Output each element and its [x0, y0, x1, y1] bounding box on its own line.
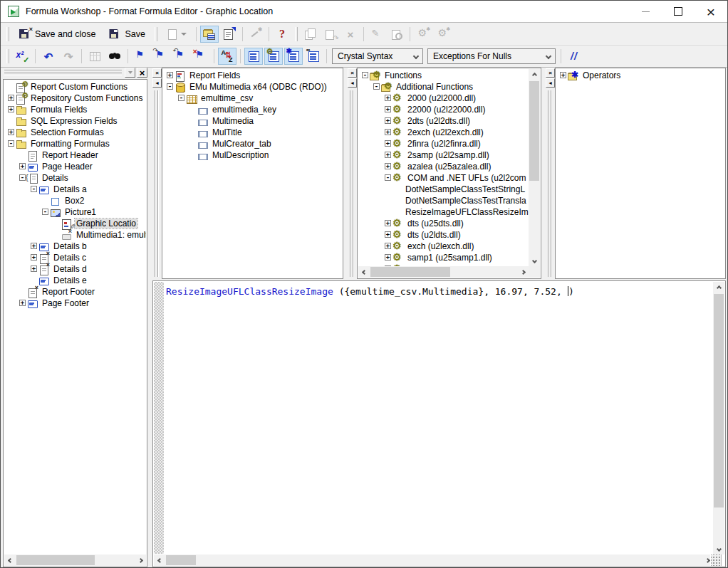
tree-node-repository-custom-functions[interactable]: +Repository Custom Functions [4, 93, 146, 104]
toolbar-grip[interactable] [155, 27, 157, 41]
collapse-minus-icon[interactable]: - [31, 186, 37, 192]
find-replace-button[interactable] [105, 48, 124, 65]
scroll-right-button[interactable] [135, 554, 146, 566]
panel-menu-button[interactable] [125, 68, 135, 78]
panel-close-button[interactable]: × [152, 68, 162, 78]
tree-node-details-e[interactable]: Details e [4, 275, 146, 286]
tree-node-operators[interactable]: +Operators [556, 70, 724, 81]
editor-hscrollbar[interactable] [154, 554, 713, 566]
tree-node-multitle[interactable]: MulTitle [163, 127, 342, 138]
tree-node-2finra-u2l2finra-dll[interactable]: +2finra (u2l2finra.dll) [358, 138, 529, 149]
new-formula-button[interactable] [161, 26, 192, 43]
panel-drag-grip[interactable] [155, 90, 156, 277]
tree-node-page-header[interactable]: +Page Header [4, 161, 146, 172]
toggle-workshop-tree-button[interactable] [200, 26, 219, 43]
tree-node-22000-u2l22000-dll[interactable]: +22000 (u2l22000.dll) [358, 104, 529, 115]
check-syntax-button[interactable] [13, 48, 31, 65]
tree-node-emu-multimedia-x64-odbc-rdo[interactable]: -EMu Multimedia x64 (ODBC (RDO)) [163, 81, 342, 93]
editor-vscrollbar[interactable] [713, 282, 724, 554]
scroll-thumb[interactable] [16, 555, 95, 565]
tree-node-exch-u2lexch-dll[interactable]: +exch (u2lexch.dll) [358, 241, 529, 252]
tree-node-report-footer[interactable]: Report Footer [4, 286, 146, 298]
tree-node-multimedia[interactable]: Multimedia [163, 115, 342, 127]
tree-node-selection-formulas[interactable]: +Selection Formulas [4, 127, 146, 138]
tree-node-2dts-u2l2dts-dll[interactable]: +2dts (u2l2dts.dll) [358, 115, 529, 127]
functions-vscrollbar[interactable] [529, 69, 540, 266]
expand-plus-icon[interactable]: + [385, 243, 391, 249]
tree-node-2samp-u2l2samp-dll[interactable]: +2samp (u2l2samp.dll) [358, 149, 529, 161]
sort-trees-button[interactable]: ⇅ [218, 48, 236, 65]
expand-plus-icon[interactable]: + [8, 95, 14, 101]
panel-drag-grip[interactable] [548, 90, 549, 277]
expand-plus-icon[interactable]: + [385, 163, 391, 169]
tree-node-emultimedia-key[interactable]: emultimedia_key [163, 104, 342, 115]
tree-node-formula-fields[interactable]: +Formula Fields [4, 104, 146, 115]
tree-node-mulcreator-tab[interactable]: MulCreator_tab [163, 138, 342, 149]
tree-node-page-footer[interactable]: +Page Footer [4, 298, 146, 309]
tree-node-azalea-u25azalea-dll[interactable]: +azalea (u25azalea.dll) [358, 161, 529, 172]
save-button[interactable]: Save [103, 26, 151, 43]
minimize-button[interactable] [629, 1, 662, 23]
tree-node-2exch-u2l2exch-dll[interactable]: +2exch (u2l2exch.dll) [358, 127, 529, 138]
formula-text-area[interactable]: ResizeImageUFLClassResizeImage ({emultim… [164, 282, 712, 554]
function-tree-toggle-button[interactable] [264, 48, 283, 65]
comment-button[interactable]: // [565, 48, 583, 65]
scroll-thumb[interactable] [714, 294, 724, 507]
syntax-combo[interactable]: Crystal Syntax [332, 48, 423, 64]
next-bookmark-button[interactable] [152, 48, 170, 65]
tree-node-multimedia1-emulti[interactable]: Multimedia1: emulti [4, 229, 146, 241]
expand-plus-icon[interactable]: + [385, 140, 391, 147]
toolbar-grip[interactable] [6, 27, 9, 41]
tree-node-details-b[interactable]: +Details b [4, 241, 146, 252]
tree-node-sql-expression-fields[interactable]: SQL Expression Fields [4, 115, 146, 127]
tree-node-formatting-formulas[interactable]: -Formatting Formulas [4, 138, 146, 149]
scroll-left-button[interactable] [358, 266, 370, 278]
expand-plus-icon[interactable]: + [19, 163, 26, 169]
toolbar-grip[interactable] [295, 27, 298, 41]
scroll-left-button[interactable] [4, 554, 16, 566]
panel-close-button[interactable]: × [546, 68, 555, 78]
formula-expert-button[interactable] [246, 26, 265, 43]
tree-node-graphic-locatio[interactable]: Graphic Locatio [4, 218, 146, 229]
tree-node-dotnetsampleclassteststringl[interactable]: DotNetSampleClassTestStringL [358, 184, 529, 195]
operator-tree-toggle-button[interactable] [284, 48, 303, 65]
expand-plus-icon[interactable]: + [31, 265, 37, 272]
workshop-hscrollbar[interactable] [4, 554, 146, 566]
tree-node-resizeimageuflclassresizeim[interactable]: ResizeImageUFLClassResizeIm [358, 206, 529, 218]
scroll-left-button[interactable] [154, 554, 165, 566]
expand-plus-icon[interactable]: + [31, 243, 37, 249]
find-in-trees-button[interactable] [304, 48, 323, 65]
resize-grip[interactable] [710, 554, 722, 566]
properties-button[interactable] [220, 26, 239, 43]
panel-drag-grip[interactable] [551, 90, 552, 277]
collapse-minus-icon[interactable]: - [178, 95, 184, 101]
scroll-up-button[interactable] [529, 69, 540, 80]
functions-hscrollbar[interactable] [358, 266, 529, 278]
expand-plus-icon[interactable]: + [385, 95, 391, 101]
expand-plus-icon[interactable]: + [385, 106, 391, 112]
tree-node-2000-u2l2000-dll[interactable]: +2000 (u2l2000.dll) [358, 93, 529, 104]
collapse-minus-icon[interactable]: - [385, 174, 391, 181]
expand-plus-icon[interactable]: + [385, 231, 391, 238]
collapse-minus-icon[interactable]: - [167, 83, 173, 90]
null-treatment-combo[interactable]: Exceptions For Nulls [427, 48, 556, 64]
tree-node-picture1[interactable]: -Picture1 [4, 206, 146, 218]
tree-node-details-d[interactable]: +Details d [4, 263, 146, 275]
toggle-bookmark-button[interactable] [132, 48, 150, 65]
tree-node-muldescription[interactable]: MulDescription [163, 149, 342, 161]
tree-node-details[interactable]: -Details [4, 172, 146, 184]
tree-node-details-a[interactable]: -Details a [4, 184, 146, 195]
panel-drag-grip[interactable] [4, 70, 122, 75]
collapse-minus-icon[interactable]: - [19, 174, 26, 181]
expand-plus-icon[interactable]: + [385, 254, 391, 261]
collapse-minus-icon[interactable]: - [42, 209, 48, 215]
tree-node-dts-u2ldts-dll[interactable]: +dts (u2ldts.dll) [358, 229, 529, 241]
tree-node-dotnetsampleclasstesttransla[interactable]: DotNetSampleClassTestTransla [358, 195, 529, 206]
expand-plus-icon[interactable]: + [8, 129, 14, 135]
panel-drag-grip[interactable] [350, 90, 351, 277]
expand-plus-icon[interactable]: + [385, 117, 391, 124]
scroll-right-button[interactable] [517, 266, 529, 278]
panel-drag-grip[interactable] [353, 90, 354, 277]
panel-drag-grip[interactable] [157, 90, 159, 277]
collapse-minus-icon[interactable]: - [8, 140, 14, 147]
